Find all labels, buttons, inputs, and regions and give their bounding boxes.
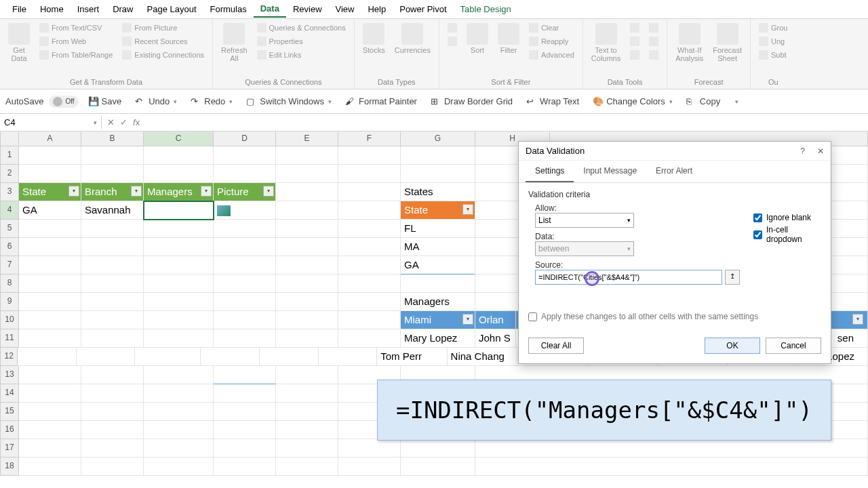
clear-filter-button[interactable]: Clear bbox=[526, 22, 577, 34]
change-colors-button[interactable]: 🎨Change Colors bbox=[589, 95, 677, 108]
consolidate-button[interactable] bbox=[646, 22, 661, 34]
states-table-header[interactable]: State▾ bbox=[401, 201, 475, 220]
menu-data[interactable]: Data bbox=[254, 1, 286, 18]
formula-input[interactable] bbox=[145, 121, 868, 124]
row-header-1[interactable]: 1 bbox=[0, 146, 19, 165]
row-header-5[interactable]: 5 bbox=[0, 220, 19, 238]
filter-icon[interactable]: ▾ bbox=[462, 204, 473, 215]
row-header-9[interactable]: 9 bbox=[0, 293, 19, 311]
select-all-corner[interactable] bbox=[0, 131, 19, 146]
close-icon[interactable]: ✕ bbox=[817, 146, 824, 156]
managers-cell[interactable]: John S bbox=[475, 329, 516, 348]
menu-draw[interactable]: Draw bbox=[106, 1, 140, 17]
subtotal-button[interactable]: Subt bbox=[756, 49, 790, 61]
row-header-2[interactable]: 2 bbox=[0, 165, 19, 183]
wrap-text-button[interactable]: ↩Wrap Text bbox=[522, 95, 583, 108]
row-header-15[interactable]: 15 bbox=[0, 403, 19, 421]
queries-connections-button[interactable]: Queries & Connections bbox=[254, 22, 349, 34]
states-row-ga[interactable]: GA bbox=[401, 256, 475, 274]
in-cell-dropdown-checkbox[interactable]: In-cell dropdown bbox=[753, 225, 821, 244]
filter-icon[interactable]: ▾ bbox=[263, 186, 274, 197]
filter-icon[interactable]: ▾ bbox=[131, 186, 142, 197]
menu-formulas[interactable]: Formulas bbox=[203, 1, 254, 17]
edit-links-button[interactable]: Edit Links bbox=[254, 49, 349, 61]
flash-fill-button[interactable] bbox=[627, 22, 642, 34]
row-header-4[interactable]: 4 bbox=[0, 201, 19, 220]
cell-c4-selected[interactable] bbox=[144, 201, 214, 220]
ungroup-button[interactable]: Ung bbox=[756, 35, 790, 47]
name-box[interactable]: C4▾ bbox=[0, 116, 102, 129]
copy-button[interactable]: ⎘Copy bbox=[682, 95, 724, 108]
col-header-b[interactable]: B bbox=[81, 131, 144, 146]
from-web-button[interactable]: From Web bbox=[37, 35, 115, 47]
row-header-16[interactable]: 16 bbox=[0, 421, 19, 439]
row-header-8[interactable]: 8 bbox=[0, 274, 19, 293]
apply-to-same-cells-checkbox[interactable]: Apply these changes to all other cells w… bbox=[528, 312, 821, 321]
row-header-11[interactable]: 11 bbox=[0, 329, 19, 348]
ok-button[interactable]: OK bbox=[705, 338, 760, 354]
row-header-12[interactable]: 12 bbox=[0, 348, 18, 366]
cell-d4[interactable] bbox=[214, 201, 276, 220]
fx-icon[interactable]: fx bbox=[133, 117, 140, 127]
filter-icon[interactable]: ▾ bbox=[68, 186, 79, 197]
reapply-button[interactable]: Reapply bbox=[526, 35, 577, 47]
managers-title[interactable]: Managers bbox=[401, 293, 475, 311]
save-button[interactable]: 💾Save bbox=[84, 95, 126, 108]
menu-view[interactable]: View bbox=[329, 1, 361, 17]
row-header-7[interactable]: 7 bbox=[0, 256, 19, 274]
row-header-14[interactable]: 14 bbox=[0, 384, 19, 403]
format-painter-button[interactable]: 🖌Format Painter bbox=[341, 95, 421, 108]
sort-button[interactable]: Sort bbox=[464, 22, 491, 56]
menu-page-layout[interactable]: Page Layout bbox=[140, 1, 203, 17]
menu-insert[interactable]: Insert bbox=[71, 1, 106, 17]
tab-input-message[interactable]: Input Message bbox=[574, 161, 646, 182]
table-header-state[interactable]: State▾ bbox=[19, 183, 81, 201]
cancel-formula-icon[interactable]: ✕ bbox=[107, 117, 115, 127]
autosave-toggle[interactable]: Off bbox=[49, 96, 78, 108]
data-validation-button[interactable] bbox=[627, 49, 642, 61]
states-title[interactable]: States bbox=[401, 183, 475, 201]
managers-cell[interactable]: Tom Perr bbox=[377, 348, 447, 366]
refresh-all-button[interactable]: Refresh All bbox=[218, 22, 250, 64]
table-header-managers[interactable]: Managers▾ bbox=[144, 183, 214, 201]
menu-help[interactable]: Help bbox=[361, 1, 393, 17]
cancel-button[interactable]: Cancel bbox=[766, 338, 821, 354]
col-header-f[interactable]: F bbox=[338, 131, 401, 146]
forecast-sheet-button[interactable]: Forecast Sheet bbox=[710, 22, 745, 64]
ignore-blank-checkbox[interactable]: Ignore blank bbox=[753, 213, 821, 222]
cell-b4[interactable]: Savannah bbox=[81, 201, 144, 220]
states-row-ma[interactable]: MA bbox=[401, 238, 475, 256]
tab-settings[interactable]: Settings bbox=[526, 161, 574, 182]
allow-select[interactable]: List▾ bbox=[535, 213, 634, 228]
switch-windows-button[interactable]: ▢Switch Windows bbox=[242, 95, 336, 108]
range-select-icon[interactable]: ↥ bbox=[725, 270, 740, 285]
advanced-filter-button[interactable]: Advanced bbox=[526, 49, 577, 61]
managers-cell[interactable]: Mary Lopez bbox=[401, 329, 475, 348]
from-text-csv-button[interactable]: From Text/CSV bbox=[37, 22, 115, 34]
row-header-18[interactable]: 18 bbox=[0, 458, 19, 476]
undo-button[interactable]: ↶Undo bbox=[131, 95, 181, 108]
menu-power-pivot[interactable]: Power Pivot bbox=[393, 1, 453, 17]
relationships-button[interactable] bbox=[646, 35, 661, 47]
filter-icon[interactable]: ▾ bbox=[201, 186, 212, 197]
row-header-6[interactable]: 6 bbox=[0, 238, 19, 256]
managers-header-miami[interactable]: Miami▾ bbox=[401, 311, 475, 329]
tab-error-alert[interactable]: Error Alert bbox=[646, 161, 702, 182]
stocks-button[interactable]: Stocks bbox=[360, 22, 388, 56]
properties-button[interactable]: Properties bbox=[254, 35, 349, 47]
table-header-branch[interactable]: Branch▾ bbox=[81, 183, 144, 201]
row-header-3[interactable]: 3 bbox=[0, 183, 19, 201]
col-header-d[interactable]: D bbox=[214, 131, 276, 146]
table-header-picture[interactable]: Picture▾ bbox=[214, 183, 276, 201]
menu-home[interactable]: Home bbox=[33, 1, 71, 17]
recent-sources-button[interactable]: Recent Sources bbox=[119, 35, 207, 47]
sort-asc-button[interactable] bbox=[445, 22, 460, 34]
filter-button[interactable]: Filter bbox=[495, 22, 522, 56]
help-icon[interactable]: ? bbox=[800, 146, 805, 156]
filter-icon[interactable]: ▾ bbox=[462, 314, 473, 325]
states-row-fl[interactable]: FL bbox=[401, 220, 475, 238]
text-to-columns-button[interactable]: Text to Columns bbox=[589, 22, 623, 64]
cell-a4[interactable]: GA bbox=[19, 201, 81, 220]
accept-formula-icon[interactable]: ✓ bbox=[120, 117, 127, 127]
remove-duplicates-button[interactable] bbox=[627, 35, 642, 47]
